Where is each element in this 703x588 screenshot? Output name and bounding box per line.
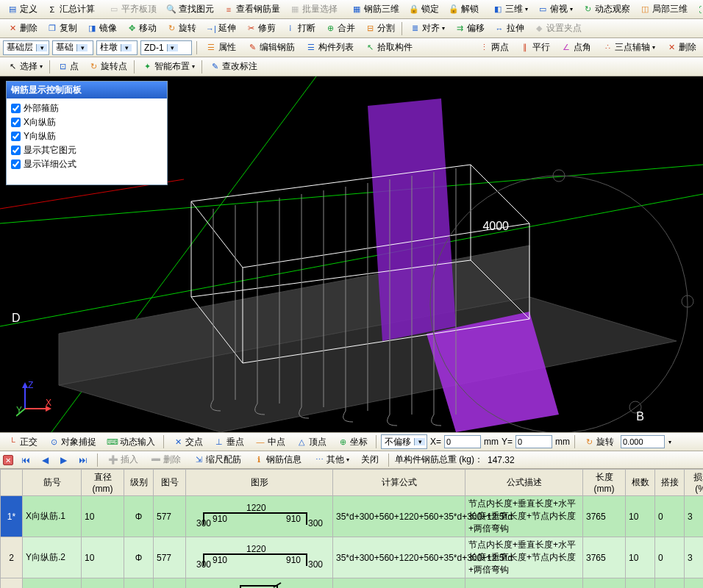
- sum-button[interactable]: Σ汇总计算: [43, 1, 99, 18]
- checkbox-icon[interactable]: [11, 118, 21, 127]
- cell-grade[interactable]: Φ: [124, 537, 154, 578]
- editbar-button[interactable]: ✎编辑钢筋: [243, 39, 299, 56]
- nav-next-button[interactable]: ▶: [57, 453, 71, 467]
- cell-qty[interactable]: 10: [626, 496, 655, 537]
- panel-checkbox-1[interactable]: X向纵筋: [11, 115, 163, 129]
- y-input[interactable]: [515, 435, 552, 448]
- cell-lap[interactable]: 0: [655, 578, 685, 589]
- parallel-button[interactable]: ∥平行: [515, 39, 554, 56]
- topview-button[interactable]: ▭俯视▾: [533, 1, 577, 18]
- cell-loss[interactable]: 3: [685, 578, 704, 589]
- flatten-button[interactable]: ▭平齐板顶: [104, 1, 160, 18]
- layer-dropdown[interactable]: 基础▾: [52, 40, 93, 55]
- modlabel-button[interactable]: ✎查改标注: [205, 58, 261, 75]
- fullscreen-button[interactable]: ⛶全屏: [693, 1, 703, 18]
- cell-loss[interactable]: 3: [685, 537, 704, 578]
- mid-button[interactable]: —中点: [251, 434, 289, 451]
- cell-len[interactable]: 3765: [583, 496, 626, 537]
- partial3d-button[interactable]: ◫局部三维: [635, 1, 691, 18]
- col-header[interactable]: 搭接: [655, 470, 685, 496]
- panel-checkbox-0[interactable]: 外部箍筋: [11, 101, 163, 115]
- col-header[interactable]: 直径(mm): [82, 470, 124, 496]
- dyninput-toggle[interactable]: ⌨动态输入: [103, 434, 159, 451]
- col-header[interactable]: 级别: [124, 470, 154, 496]
- merge-button[interactable]: ⊕合并: [321, 20, 359, 37]
- offset-button[interactable]: ⇉偏移: [450, 20, 488, 37]
- cell-fig[interactable]: 195: [154, 578, 186, 589]
- nav-first-button[interactable]: ⏮: [18, 453, 34, 467]
- close-button[interactable]: 关闭: [357, 451, 382, 468]
- rotate-button[interactable]: ↻旋转: [162, 20, 200, 37]
- cell-desc[interactable]: 节点内长度+垂直长度+水平长度+垂直长度+节点内长度+两倍弯钩: [465, 496, 583, 537]
- xpt-button[interactable]: ✕交点: [168, 434, 207, 451]
- panel-checkbox-3[interactable]: 显示其它图元: [11, 143, 163, 157]
- cell-grade[interactable]: Φ: [124, 496, 154, 537]
- col-header[interactable]: 筋号: [23, 470, 82, 496]
- col-header[interactable]: 根数: [626, 470, 655, 496]
- col-header[interactable]: 长度(mm): [583, 470, 626, 496]
- point-button[interactable]: ⊡点: [53, 58, 82, 75]
- rotpt-button[interactable]: ↻旋转点: [84, 58, 131, 75]
- cell-loss[interactable]: 3: [685, 496, 704, 537]
- move-button[interactable]: ✥移动: [122, 20, 160, 37]
- 3d-button[interactable]: ◧三维▾: [488, 1, 532, 18]
- threeaux-button[interactable]: ∴三点辅轴▾: [598, 39, 659, 56]
- rot-input[interactable]: [621, 435, 665, 448]
- col-header[interactable]: 图号: [154, 470, 186, 496]
- cell-name[interactable]: X向纵筋.1: [23, 496, 82, 537]
- batch-button[interactable]: ▦批量选择: [285, 1, 341, 18]
- checkbox-icon[interactable]: [11, 159, 21, 169]
- ptang-button[interactable]: ∠点角: [557, 39, 595, 56]
- row-number[interactable]: 2: [1, 537, 23, 578]
- nooffset-dropdown[interactable]: 不偏移▾: [381, 434, 427, 449]
- align-button[interactable]: ≣对齐▾: [405, 20, 449, 37]
- viewport-3d[interactable]: 4000 D B Z X Y 钢筋显示控制面板 外部箍筋X向纵筋Y向纵筋显示其它…: [0, 76, 703, 432]
- col-header[interactable]: 图形: [186, 470, 333, 496]
- cell-dia[interactable]: 10: [82, 537, 124, 578]
- delete-row-button[interactable]: ➖删除: [146, 451, 185, 468]
- cell-len[interactable]: 3765: [583, 537, 626, 578]
- pick-button[interactable]: ↖拾取构件: [360, 39, 416, 56]
- pier-dropdown[interactable]: 柱墩▾: [96, 40, 138, 55]
- props-button[interactable]: ☰属性: [201, 39, 240, 56]
- cell-desc[interactable]: 节点内长度+垂直长度+水平长度+垂直长度+节点内长度+两倍弯钩: [465, 537, 583, 578]
- cell-name[interactable]: Y向纵筋.2: [23, 537, 82, 578]
- steel3d-button[interactable]: ▦钢筋三维: [347, 1, 403, 18]
- cell-shape[interactable]: 3009101220910300: [186, 537, 333, 578]
- twopt-button[interactable]: ⋮两点: [474, 39, 513, 56]
- cell-formula[interactable]: 35*d+300+560+1220+560+35*d+300+12.5*d: [333, 496, 465, 537]
- close-table-button[interactable]: ✕: [3, 455, 13, 465]
- cell-lap[interactable]: 0: [655, 496, 685, 537]
- cell-name[interactable]: 外部箍筋.1: [23, 578, 82, 589]
- other-button[interactable]: ⋯其他▾: [310, 451, 353, 468]
- rot-button[interactable]: ↻旋转: [579, 434, 618, 451]
- table-row[interactable]: 2Y向纵筋.210Φ577300910122091030035*d+300+56…: [1, 537, 704, 578]
- viewbar-button[interactable]: ≡查看钢筋量: [219, 1, 284, 18]
- complist-button[interactable]: ☰构件列表: [301, 39, 357, 56]
- cell-len[interactable]: 5118: [583, 578, 626, 589]
- cell-formula[interactable]: 2*(1220+1220)+2*(11.9*d): [333, 578, 465, 589]
- cell-fig[interactable]: 577: [154, 537, 186, 578]
- insert-row-button[interactable]: ➕插入: [104, 451, 142, 468]
- cell-shape[interactable]: 12201220: [186, 578, 333, 589]
- nav-last-button[interactable]: ⏭: [75, 453, 91, 467]
- apex-button[interactable]: △顶点: [292, 434, 330, 451]
- ortho-toggle[interactable]: └正交: [3, 434, 41, 451]
- checkbox-icon[interactable]: [11, 146, 21, 155]
- rot-dropdown-icon[interactable]: ▾: [668, 439, 671, 445]
- dynobs-button[interactable]: ↻动态观察: [578, 1, 634, 18]
- col-header[interactable]: 公式描述: [465, 470, 583, 496]
- cell-qty[interactable]: 10: [626, 537, 655, 578]
- scale-button[interactable]: ⇲缩尺配筋: [189, 451, 245, 468]
- delete-button[interactable]: ✕删除: [3, 20, 41, 37]
- checkbox-icon[interactable]: [11, 132, 21, 141]
- col-header[interactable]: 损耗(%): [685, 470, 704, 496]
- cell-qty[interactable]: 6: [626, 578, 655, 589]
- trim-button[interactable]: ✂修剪: [241, 20, 279, 37]
- define-button[interactable]: ▤定义: [3, 1, 41, 18]
- lock-button[interactable]: 🔒锁定: [404, 1, 443, 18]
- table-row[interactable]: 3外部箍筋.110Φ195122012202*(1220+1220)+2*(11…: [1, 578, 704, 589]
- setclamp-button[interactable]: ◆设置夹点: [529, 20, 585, 37]
- info-button[interactable]: ℹ钢筋信息: [249, 451, 305, 468]
- snap-toggle[interactable]: ⊙对象捕捉: [44, 434, 100, 451]
